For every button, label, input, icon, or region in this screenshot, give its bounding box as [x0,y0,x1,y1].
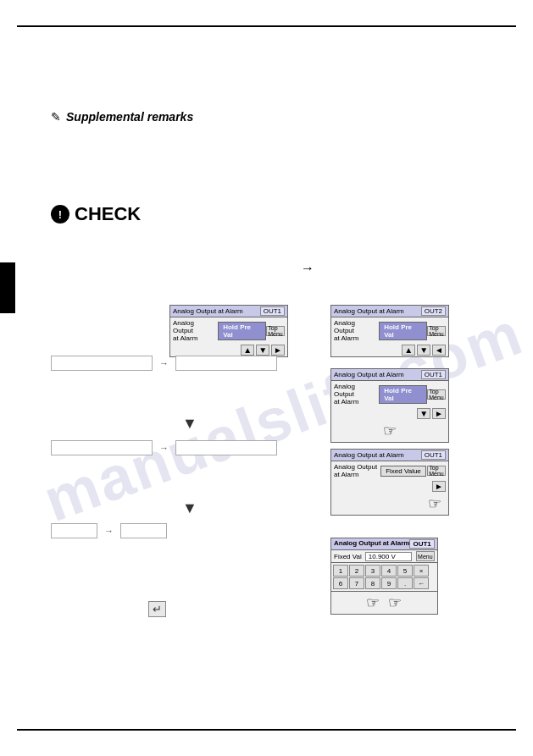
page-content: ✎ Supplemental remarks ! CHECK → Analog … [0,0,533,756]
panel-out2-body-content: Analog Outputat Alarm Hold Pre Val [334,319,427,342]
panel-out1-header: Analog Output at Alarm OUT1 [170,306,287,317]
panel-out1-bot1-body-content: Analog Outputat Alarm Fixed Value [334,463,427,478]
panel-out1-mid-body: Analog Outputat Alarm Hold Pre Val TopMe… [331,381,448,407]
panel-out2-top-btn[interactable]: TopMenu [427,326,446,336]
panel-out1-mid-value: Hold Pre Val [379,385,427,404]
check-section: ! CHECK [51,203,141,225]
panel-out1-mid-side-buttons: TopMenu [427,389,446,400]
panel-out1-body-content: Analog Outputat Alarm Hold Pre Val [173,319,266,342]
panel-out1-mid-top-btn[interactable]: TopMenu [427,389,446,400]
up-arrow-icon[interactable]: ▲ [241,345,254,356]
check-label: CHECK [75,203,141,225]
step-box-3a [51,523,97,538]
panel-out1-mid-body-content: Analog Outputat Alarm Hold Pre Val [334,383,427,406]
key-backspace[interactable]: ← [414,577,429,589]
supplemental-label: Supplemental remarks [66,110,193,124]
panel-out1-bot1-header: Analog Output at Alarm OUT1 [331,450,448,461]
panel-out1-bot1-header-label: Analog Output at Alarm [334,451,404,459]
hand-icon-bot1: ☞ [428,494,441,513]
key-5[interactable]: 5 [397,565,413,577]
panel-out1-bot1: Analog Output at Alarm OUT1 Analog Outpu… [330,449,449,516]
step-box-1b [175,356,277,371]
hand-icon-mid: ☞ [383,422,397,440]
panel-out2-header-label: Analog Output at Alarm [334,307,404,315]
down-arrow-mid-icon[interactable]: ▼ [417,408,430,419]
step-row-2: → [51,440,277,455]
step-box-1a [51,356,153,371]
panel-out2-side-buttons: TopMenu [427,326,446,336]
panel-out1-top-btn[interactable]: TopMenu [266,326,285,336]
key-7[interactable]: 7 [349,577,364,589]
panel-numpad: Analog Output at Alarm OUT1 Fixed Val 10… [330,538,438,615]
key-multiply[interactable]: × [414,565,429,577]
panel-out2-body: Analog Outputat Alarm Hold Pre Val TopMe… [331,317,448,344]
panel-out1-body: Analog Outputat Alarm Hold Pre Val TopMe… [170,317,287,344]
key-3[interactable]: 3 [365,565,380,577]
panel-out2-arrows: ▲ ▼ ◄ [331,344,448,356]
panel-group-right-top: Analog Output at Alarm OUT2 Analog Outpu… [330,305,449,357]
numpad-header-out: OUT1 [409,539,434,549]
up-arrow-2-icon[interactable]: ▲ [402,345,415,356]
panel-out1-header-label: Analog Output at Alarm [173,307,243,315]
step-separator-1: → [159,358,169,368]
panel-out1-mid-body-label: Analog Outputat Alarm [334,383,375,406]
right-arrow-bot1-icon[interactable]: ► [432,481,446,492]
arrow-right-center: → [301,261,314,276]
numpad-menu-side-btn[interactable]: Menu [416,551,435,561]
key-1[interactable]: 1 [333,565,348,577]
panel-out1-side-buttons: TopMenu [266,326,285,336]
key-4[interactable]: 4 [381,565,397,577]
panel-right-bot1: Analog Output at Alarm OUT1 Analog Outpu… [330,449,449,516]
key-dot[interactable]: . [397,577,413,589]
left-arrow-icon[interactable]: ◄ [432,345,446,356]
hand-icon-numpad-2: ☞ [388,593,402,612]
panel-out1-bot1-side-buttons: TopMenu [427,466,446,476]
panel-out1-bot1-body-label: Analog Outputat Alarm [334,463,377,478]
step-box-2a [51,440,153,455]
numpad-input-row: Fixed Val 10.900 V Menu [330,549,438,562]
panel-out1-top: Analog Output at Alarm OUT1 Analog Outpu… [169,305,288,357]
down-arrow-2-icon[interactable]: ▼ [417,345,430,356]
panel-out1-body-label: Analog Outputat Alarm [173,319,214,342]
panel-out1-bot1-top-btn[interactable]: TopMenu [427,466,446,476]
pencil-icon: ✎ [51,110,61,124]
panel-right-mid: Analog Output at Alarm OUT1 Analog Outpu… [330,368,449,443]
right-arrow-icon[interactable]: ► [271,345,285,356]
panel-out1-mid-header: Analog Output at Alarm OUT1 [331,369,448,381]
panel-out2-body-label: Analog Outputat Alarm [334,319,375,342]
key-9[interactable]: 9 [381,577,397,589]
down-arrow-left: ▼ [182,415,197,433]
step-row-1: → [51,356,277,371]
step-row-3: → [51,523,167,538]
key-6[interactable]: 6 [333,577,348,589]
numpad-field-value[interactable]: 10.900 V [365,552,412,561]
down-arrow-left-2: ▼ [182,499,197,517]
numpad-menu-btn[interactable]: Menu [416,551,435,561]
panel-out1-bot1-out: OUT1 [421,450,446,460]
panel-out2-header: Analog Output at Alarm OUT2 [331,306,448,317]
key-2[interactable]: 2 [349,565,364,577]
numpad-header-label: Analog Output at Alarm [334,539,409,549]
hand-cursor-bot1: ☞ [331,493,448,515]
panel-out1-mid-out: OUT1 [421,370,446,379]
down-arrow-icon[interactable]: ▼ [256,345,269,356]
step-separator-2: → [159,443,169,453]
step-separator-3: → [104,526,114,536]
panel-out1-bot1-arrows: ► [331,480,448,493]
numpad-header: Analog Output at Alarm OUT1 [330,538,438,549]
panel-out1-bot1-value: Fixed Value [380,466,426,477]
key-8[interactable]: 8 [365,577,380,589]
enter-symbol[interactable]: ↵ [148,601,166,617]
panel-out1-value: Hold Pre Val [218,322,266,340]
panel-out2-top: Analog Output at Alarm OUT2 Analog Outpu… [330,305,449,357]
panel-out2-value: Hold Pre Val [379,322,427,340]
panel-out1-mid-header-label: Analog Output at Alarm [334,371,404,378]
panel-out2-header-out: OUT2 [421,306,446,316]
step-box-3b [120,523,167,538]
numpad-grid: 1 2 3 4 5 × 6 7 8 9 . ← [330,562,438,592]
numpad-hands: ☞ ☞ [330,592,438,615]
right-arrow-mid-icon[interactable]: ► [432,408,446,419]
panel-out1-header-out: OUT1 [260,306,285,316]
panel-out1-mid-arrows: ▼ ► [331,407,448,420]
numpad-field-label: Fixed Val [334,553,362,560]
